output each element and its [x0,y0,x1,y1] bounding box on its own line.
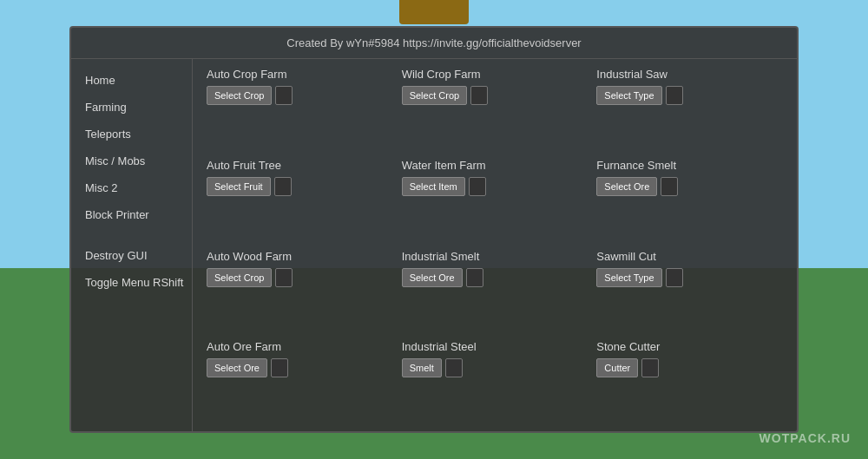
color-box-3-0 [271,358,288,377]
cell-title-2-1: Industrial Smelt [402,250,589,265]
watermark: WOTPACK.RU [760,431,851,445]
select-btn-1-2[interactable]: Select Ore [596,177,657,196]
cell-title-1-1: Water Item Farm [402,159,589,174]
cell-title-1-0: Auto Fruit Tree [207,159,393,174]
select-btn-2-0[interactable]: Select Crop [207,268,272,287]
grid-cell-2-1: Industrial SmeltSelect Ore [402,250,589,332]
select-btn-0-0[interactable]: Select Crop [207,86,272,105]
grid-cell-1-0: Auto Fruit TreeSelect Fruit [207,159,393,241]
select-btn-3-1[interactable]: Smelt [402,358,442,377]
cell-title-1-2: Furnance Smelt [596,159,783,174]
select-btn-2-1[interactable]: Select Ore [402,268,463,287]
select-btn-0-1[interactable]: Select Crop [402,86,467,105]
grid-cell-3-0: Auto Ore FarmSelect Ore [207,340,393,423]
select-btn-0-2[interactable]: Select Type [596,86,661,105]
cell-controls-3-1: Smelt [402,358,589,377]
cell-title-3-1: Industrial Steel [402,340,589,355]
sidebar-item-8[interactable]: Toggle Menu RShift [71,270,192,295]
cell-controls-1-0: Select Fruit [207,177,393,196]
sidebar-item-4[interactable]: Misc 2 [71,175,192,200]
color-box-0-1 [470,86,488,105]
cell-controls-0-0: Select Crop [207,86,393,105]
cell-title-3-2: Stone Cutter [596,340,783,355]
color-box-2-2 [666,268,683,287]
color-box-2-0 [275,268,293,287]
color-box-1-1 [469,177,486,196]
cell-controls-1-2: Select Ore [596,177,783,196]
cell-title-2-2: Sawmill Cut [596,250,783,265]
cell-controls-2-0: Select Crop [207,268,393,287]
cell-controls-2-2: Select Type [596,268,783,287]
content-area: Auto Crop FarmSelect CropWild Crop FarmS… [193,59,797,431]
top-decoration [399,0,469,24]
grid-cell-3-1: Industrial SteelSmelt [402,340,589,423]
cell-controls-3-2: Cutter [596,358,783,377]
sidebar-item-0[interactable]: Home [71,68,192,93]
cell-title-3-0: Auto Ore Farm [207,340,393,355]
sidebar-item-5[interactable]: Block Printer [71,202,192,227]
grid-cell-3-2: Stone CutterCutter [596,340,783,423]
cell-controls-0-1: Select Crop [402,86,589,105]
cell-title-0-1: Wild Crop Farm [402,68,589,82]
select-btn-3-2[interactable]: Cutter [596,358,638,377]
select-btn-2-2[interactable]: Select Type [596,268,661,287]
grid-cell-2-0: Auto Wood FarmSelect Crop [207,250,393,332]
menu-body: HomeFarmingTeleportsMisc / MobsMisc 2Blo… [71,59,797,431]
content-grid: Auto Crop FarmSelect CropWild Crop FarmS… [207,68,783,423]
cell-title-0-0: Auto Crop Farm [207,68,393,82]
cell-title-2-0: Auto Wood Farm [207,250,393,265]
select-btn-1-1[interactable]: Select Item [402,177,465,196]
cell-title-0-2: Industrial Saw [596,68,783,82]
color-box-3-1 [445,358,463,377]
sidebar-item-2[interactable]: Teleports [71,121,192,147]
color-box-0-0 [275,86,293,105]
sidebar-item-3[interactable]: Misc / Mobs [71,148,192,174]
sidebar-item-1[interactable]: Farming [71,95,192,120]
grid-cell-2-2: Sawmill CutSelect Type [596,250,783,332]
sidebar-item-6[interactable] [71,229,192,241]
color-box-2-1 [466,268,483,287]
grid-cell-1-2: Furnance SmeltSelect Ore [596,159,783,241]
grid-cell-1-1: Water Item FarmSelect Item [402,159,589,241]
sidebar: HomeFarmingTeleportsMisc / MobsMisc 2Blo… [71,59,193,431]
cell-controls-1-1: Select Item [402,177,589,196]
cell-controls-0-2: Select Type [596,86,783,105]
color-box-1-2 [661,177,678,196]
grid-cell-0-2: Industrial SawSelect Type [596,68,783,150]
header-credit: Created By wYn#5984 https://invite.gg/of… [286,36,581,49]
cell-controls-2-1: Select Ore [402,268,589,287]
sidebar-item-7[interactable]: Destroy GUI [71,243,192,268]
cell-controls-3-0: Select Ore [207,358,393,377]
select-btn-1-0[interactable]: Select Fruit [207,177,271,196]
menu-header: Created By wYn#5984 https://invite.gg/of… [71,28,797,59]
select-btn-3-0[interactable]: Select Ore [207,358,267,377]
grid-cell-0-0: Auto Crop FarmSelect Crop [207,68,393,150]
color-box-1-0 [274,177,292,196]
color-box-0-2 [666,86,683,105]
menu-panel: Created By wYn#5984 https://invite.gg/of… [69,26,799,433]
color-box-3-2 [641,358,659,377]
grid-cell-0-1: Wild Crop FarmSelect Crop [402,68,589,150]
